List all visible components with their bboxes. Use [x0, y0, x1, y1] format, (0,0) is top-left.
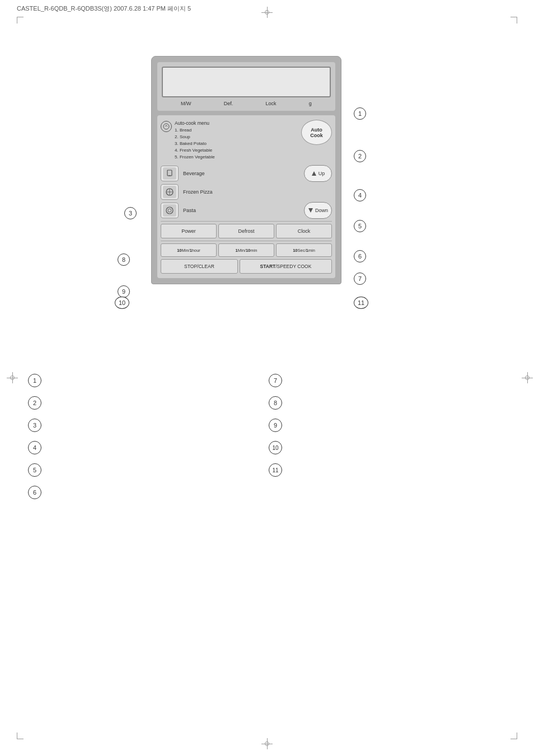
desc-item-5: 5	[28, 459, 269, 481]
callout-10: 10	[115, 297, 129, 309]
auto-cook-btn-line1: Auto	[311, 127, 322, 133]
desc-num-6: 6	[28, 486, 41, 499]
auto-cook-button[interactable]: Auto Cook	[301, 120, 332, 145]
desc-num-2: 2	[28, 396, 41, 410]
frozen-pizza-label: Frozen Pizza	[183, 189, 332, 195]
desc-num-3: 3	[28, 419, 41, 432]
callout-7: 7	[354, 273, 366, 285]
timer3-button[interactable]: 10Sec/1min	[276, 243, 332, 257]
power-button[interactable]: Power	[161, 224, 217, 238]
svg-point-0	[163, 124, 169, 129]
desc-num-4: 4	[28, 441, 41, 454]
frozen-pizza-button[interactable]	[161, 184, 179, 200]
auto-cook-title: Auto-cook menu	[175, 120, 209, 126]
svg-rect-1	[167, 170, 172, 176]
desc-num-5: 5	[28, 463, 41, 477]
up-button[interactable]: Up	[304, 165, 332, 182]
label-lock: Lock	[266, 101, 277, 106]
desc-item-4: 4	[28, 436, 269, 459]
auto-cook-section: Auto-cook menu 1. Bread 2. Soup 3. Baked…	[161, 120, 332, 161]
action-buttons-row: STOP/CLEAR START/SPEEDY COOK	[161, 259, 332, 274]
callout-5: 5	[354, 220, 366, 232]
desc-item-3: 3	[28, 414, 269, 436]
menu-item-1: 1. Bread	[175, 128, 191, 133]
label-g: g	[309, 101, 312, 106]
timer3-label: 10Sec/1min	[293, 248, 315, 253]
divider-1	[161, 221, 332, 222]
desc-item-10: 10	[269, 436, 509, 459]
right-center-cross	[525, 375, 530, 380]
timer2-label: 1Min/10min	[236, 248, 257, 253]
label-mw: M/W	[181, 101, 191, 106]
corner-tr	[510, 17, 517, 24]
desc-item-9: 9	[269, 414, 509, 436]
left-center-cross	[10, 375, 15, 380]
desc-item-7: 7	[269, 369, 509, 392]
auto-cook-icon	[161, 121, 172, 132]
svg-marker-9	[308, 208, 313, 213]
svg-point-7	[166, 207, 173, 214]
desc-item-1: 1	[28, 369, 269, 392]
menu-item-4: 4. Fresh Vegetable	[175, 148, 212, 153]
desc-num-8: 8	[269, 396, 282, 410]
menu-item-2: 2. Soup	[175, 134, 190, 139]
menu-item-5: 5. Frozen Vegetable	[175, 154, 215, 159]
callout-2: 2	[354, 150, 366, 162]
pasta-icon	[163, 204, 176, 217]
header-title: CASTEL_R-6QDB_R-6QDB3S(영) 2007.6.28 1:47…	[17, 4, 191, 13]
beverage-button[interactable]	[161, 166, 179, 181]
svg-point-8	[168, 209, 171, 212]
page-header: CASTEL_R-6QDB_R-6QDB3S(영) 2007.6.28 1:47…	[17, 4, 191, 13]
desc-num-1: 1	[28, 374, 41, 387]
callout-3: 3	[124, 207, 137, 219]
clock-button[interactable]: Clock	[276, 224, 332, 238]
display-area: M/W Def. Lock g	[157, 62, 335, 111]
callout-6: 6	[354, 250, 366, 262]
callout-4: 4	[354, 189, 366, 201]
pasta-label: Pasta	[183, 208, 302, 213]
beverage-label: Beverage	[183, 171, 302, 176]
desc-item-11: 11	[269, 459, 509, 481]
display-screen	[162, 67, 331, 97]
pasta-row: Pasta Down	[161, 202, 332, 219]
desc-num-10: 10	[269, 441, 282, 454]
desc-item-2: 2	[28, 392, 269, 414]
top-center-cross	[265, 10, 269, 15]
beverage-row: Beverage Up	[161, 165, 332, 182]
corner-tl	[17, 17, 24, 24]
frozen-pizza-row: Frozen Pizza	[161, 184, 332, 200]
desc-num-9: 9	[269, 419, 282, 432]
timer-buttons-row: 10Min/1hour 1Min/10min 10Sec/1min	[161, 243, 332, 257]
corner-br	[510, 732, 517, 739]
bottom-center-cross	[265, 741, 269, 746]
down-button[interactable]: Down	[304, 202, 332, 219]
callout-11: 11	[354, 297, 368, 309]
timer1-label: 10Min/1hour	[177, 248, 200, 253]
stop-clear-button[interactable]: STOP/CLEAR	[161, 259, 238, 274]
controls-area: Auto-cook menu 1. Bread 2. Soup 3. Baked…	[157, 115, 335, 278]
timer1-button[interactable]: 10Min/1hour	[161, 243, 217, 257]
callout-9: 9	[118, 285, 130, 298]
timer2-button[interactable]: 1Min/10min	[218, 243, 274, 257]
beverage-icon	[163, 167, 176, 180]
start-speedy-button[interactable]: START/SPEEDY COOK	[240, 259, 332, 274]
down-label: Down	[315, 208, 328, 213]
auto-cook-menu-text: Auto-cook menu 1. Bread 2. Soup 3. Baked…	[175, 120, 215, 161]
desc-item-6: 6	[28, 481, 269, 504]
label-def: Def.	[224, 101, 233, 106]
auto-cook-btn-line2: Cook	[310, 133, 323, 138]
desc-item-8: 8	[269, 392, 509, 414]
desc-num-11: 11	[269, 463, 282, 477]
clock-label: Clock	[298, 228, 311, 234]
divider-2	[161, 241, 332, 241]
display-labels: M/W Def. Lock g	[162, 101, 331, 106]
microwave-panel: M/W Def. Lock g Auto-cook menu 1. Bread …	[151, 56, 341, 284]
description-section: 1 7 2 8 3 9 4 10	[28, 369, 509, 504]
up-label: Up	[318, 171, 325, 176]
power-label: Power	[181, 228, 196, 234]
pasta-button[interactable]	[161, 203, 179, 218]
menu-item-3: 3. Baked Potato	[175, 141, 207, 146]
function-buttons-row: Power Defrost Clock	[161, 224, 332, 238]
desc-num-7: 7	[269, 374, 282, 387]
defrost-button[interactable]: Defrost	[218, 224, 274, 238]
